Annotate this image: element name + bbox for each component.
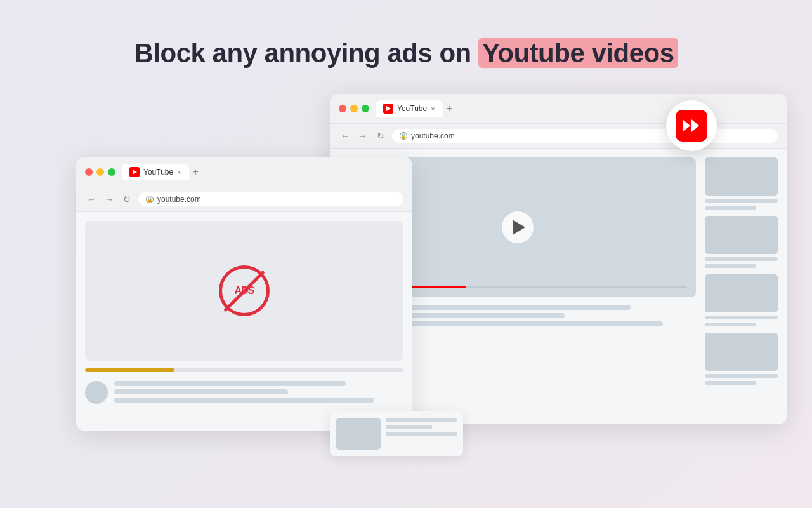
url-bar-front[interactable]: 🔒 youtube.com [138,192,403,206]
back-btn-front[interactable]: ← [85,193,98,206]
browser-front-chrome: YouTube × + [76,157,412,187]
video-info-lines [368,305,696,326]
lock-icon-front: 🔒 [146,196,154,203]
url-text-front: youtube.com [157,195,201,204]
new-tab-back[interactable]: + [447,103,452,114]
tl-yellow [350,105,358,112]
tab-title-front: YouTube [143,168,173,177]
tab-bar-back: YouTube × + [376,100,778,117]
play-button[interactable] [502,211,534,243]
front-progress-fill [85,368,174,372]
browsers-illustration: YouTube × + ← → ↻ 🔒 youtube.com [57,94,755,462]
tl-yellow-front [96,168,104,176]
ads-blocked-container: ADS [85,221,403,361]
url-text-back: youtube.com [411,131,455,140]
tl-green [362,105,369,112]
bottom-thumb-card [330,411,463,456]
sidebar-line-2a [705,257,778,261]
ext-icon-bg [676,110,707,142]
sidebar-line-2b [705,264,756,268]
extension-icon-circle [666,100,717,151]
bottom-thumb-line-1c [386,432,457,436]
page-headline: Block any annoying ads on Youtube videos [134,38,678,69]
traffic-lights-front [85,168,115,176]
bottom-thumb-line-1b [386,425,432,429]
bottom-thumb-img-1 [336,418,381,450]
back-sidebar [705,157,778,385]
tl-red [339,105,346,112]
tab-close-front[interactable]: × [177,168,181,176]
front-info-line-3 [114,398,374,403]
tab-youtube-back[interactable]: YouTube × [376,100,443,117]
tab-bar-front: YouTube × + [122,164,403,180]
reload-btn-back[interactable]: ↻ [374,130,387,142]
sidebar-line-4b [705,381,756,385]
sidebar-item-2 [705,216,778,268]
tl-red-front [85,168,93,176]
headline-highlight: Youtube videos [478,38,678,68]
tab-close-back[interactable]: × [431,105,435,112]
forward-btn-back[interactable]: → [357,130,369,142]
sidebar-line-3b [705,323,756,326]
tab-title-back: YouTube [397,104,427,113]
front-info-line-1 [114,381,346,386]
tl-green-front [108,168,115,176]
bottom-thumb-lines-1 [386,418,457,436]
sidebar-thumb-4 [705,333,778,371]
front-video-info [85,381,403,404]
reload-btn-front[interactable]: ↻ [121,193,133,206]
lock-icon-back: 🔒 [400,132,407,140]
traffic-lights-back [339,105,369,112]
youtube-tab-icon-back [383,104,393,114]
sidebar-thumb-2 [705,216,778,254]
bottom-thumb-line-1a [386,418,457,422]
forward-btn-front[interactable]: → [103,193,115,206]
youtube-tab-icon-front [129,167,140,177]
address-bar-front: ← → ↻ 🔒 youtube.com [76,187,412,212]
sidebar-thumb-3 [705,274,778,312]
sidebar-line-1a [705,199,778,203]
front-progress-container [85,368,403,372]
new-tab-front[interactable]: + [193,166,199,178]
ads-blocked-icon: ADS [219,265,270,316]
sidebar-item-4 [705,333,778,385]
back-btn-back[interactable]: ← [339,130,351,142]
sidebar-thumb-1 [705,157,778,196]
browser-back-chrome: YouTube × + [330,94,787,124]
tab-youtube-front[interactable]: YouTube × [122,164,189,180]
front-info-lines [114,381,403,403]
svg-marker-1 [691,119,699,132]
sidebar-line-1b [705,206,756,210]
browser-front: YouTube × + ← → ↻ 🔒 youtube.com ADS [76,157,412,431]
front-info-line-2 [114,389,288,394]
sidebar-line-3a [705,316,778,319]
bottom-thumb-row-1 [336,418,457,450]
fast-forward-icon [683,117,700,135]
front-channel-avatar [85,381,108,404]
sidebar-item-3 [705,274,778,326]
sidebar-item-1 [705,157,778,210]
sidebar-line-4a [705,374,778,378]
svg-marker-0 [683,119,690,132]
front-browser-content: ADS [76,212,412,413]
url-bar-back[interactable]: 🔒 youtube.com [392,129,778,143]
address-bar-back: ← → ↻ 🔒 youtube.com [330,124,787,149]
